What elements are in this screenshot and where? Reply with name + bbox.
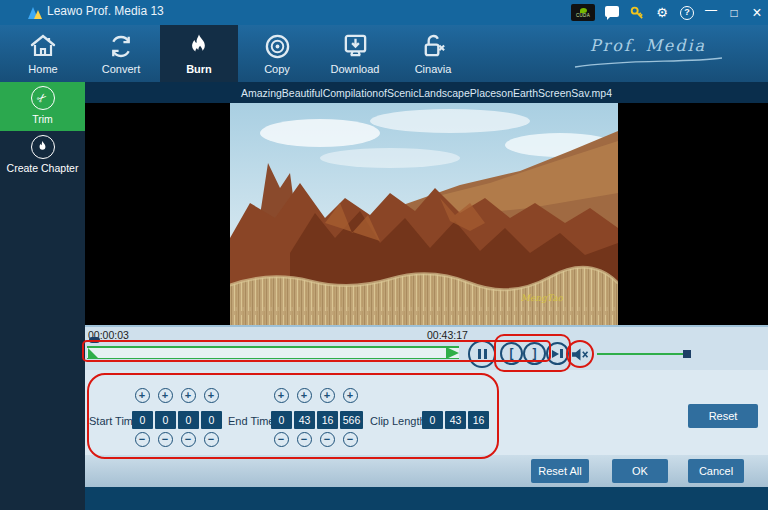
start-minutes-field[interactable]: 0 (155, 411, 176, 429)
end-hours-decrease-button[interactable]: − (274, 432, 289, 447)
end-time-label: 00:43:17 (427, 329, 468, 341)
clip-hours-value: 0 (422, 411, 443, 429)
sidebar-item-label: Trim (32, 113, 53, 125)
playback-control-bar: 00:00:03 00:43:17 [ ] (85, 325, 768, 370)
set-start-bracket-button[interactable]: [ (500, 342, 523, 365)
tab-download[interactable]: Download (316, 25, 394, 82)
register-button[interactable] (629, 5, 645, 21)
tab-label: Cinavia (415, 63, 452, 75)
right-bracket-icon: ] (533, 347, 537, 359)
end-hours-increase-button[interactable]: + (274, 388, 289, 403)
clip-length-label: Clip Length: (370, 415, 429, 427)
end-ms-field[interactable]: 566 (340, 411, 363, 429)
tab-label: Home (28, 63, 57, 75)
feedback-button[interactable] (604, 5, 620, 21)
leawo-logo-icon (28, 5, 43, 20)
brand-text: Prof. Media (568, 36, 728, 55)
video-filename: AmazingBeautifulCompilationofScenicLands… (241, 87, 612, 99)
chat-bubble-icon (605, 6, 619, 17)
app-window: Leawo Prof. Media 13 CUDA ⚙ ? — □ × (0, 0, 768, 510)
sidebar-item-trim[interactable]: ✂ Trim (0, 82, 85, 131)
play-to-end-icon (552, 349, 563, 358)
end-minutes-increase-button[interactable]: + (297, 388, 312, 403)
footer-button-bar: Reset All OK Cancel (85, 455, 768, 487)
end-hours-field[interactable]: 0 (271, 411, 292, 429)
tab-label: Convert (102, 63, 141, 75)
video-frame: MengTao (230, 103, 618, 325)
settings-button[interactable]: ⚙ (654, 5, 670, 21)
unlock-icon (418, 32, 448, 60)
tab-cinavia[interactable]: Cinavia (394, 25, 472, 82)
cuda-label: CUDA (576, 13, 590, 18)
video-watermark: MengTao (521, 293, 563, 303)
ok-button[interactable]: OK (612, 459, 668, 483)
download-icon (340, 32, 370, 60)
pause-icon (478, 349, 487, 359)
start-ms-decrease-button[interactable]: − (204, 432, 219, 447)
playhead-marker[interactable] (89, 337, 100, 343)
main-nav: Home Convert Burn Copy Download (0, 25, 768, 82)
tab-copy[interactable]: Copy (238, 25, 316, 82)
burn-flame-icon (184, 32, 214, 60)
volume-slider[interactable] (597, 353, 687, 355)
reset-button[interactable]: Reset (688, 404, 758, 428)
end-seconds-decrease-button[interactable]: − (320, 432, 335, 447)
start-hours-decrease-button[interactable]: − (135, 432, 150, 447)
minimize-button[interactable]: — (704, 3, 718, 17)
reset-all-button[interactable]: Reset All (531, 459, 589, 483)
sidebar-item-label: Create Chapter (7, 162, 79, 174)
tab-burn[interactable]: Burn (160, 25, 238, 82)
start-ms-increase-button[interactable]: + (204, 388, 219, 403)
clip-seconds-value: 16 (468, 411, 489, 429)
convert-icon (106, 32, 136, 60)
mute-button[interactable] (567, 341, 593, 367)
set-end-bracket-button[interactable]: ] (523, 342, 546, 365)
start-hours-increase-button[interactable]: + (135, 388, 150, 403)
end-seconds-increase-button[interactable]: + (320, 388, 335, 403)
key-icon (630, 5, 645, 20)
start-seconds-increase-button[interactable]: + (181, 388, 196, 403)
title-bar: Leawo Prof. Media 13 CUDA ⚙ ? — □ × (0, 0, 768, 25)
muted-speaker-icon (571, 347, 589, 362)
gear-icon: ⚙ (656, 6, 668, 19)
chapter-icon (31, 135, 55, 159)
tab-label: Download (331, 63, 380, 75)
scissors-icon: ✂ (31, 86, 55, 110)
start-minutes-decrease-button[interactable]: − (158, 432, 173, 447)
titlebar-actions: CUDA ⚙ ? — □ × (571, 0, 764, 25)
brand-logo: Prof. Media (568, 36, 728, 73)
start-seconds-decrease-button[interactable]: − (181, 432, 196, 447)
help-button[interactable]: ? (679, 5, 695, 21)
tab-home[interactable]: Home (4, 25, 82, 82)
end-minutes-decrease-button[interactable]: − (297, 432, 312, 447)
left-bracket-icon: [ (510, 347, 514, 359)
pause-button[interactable] (468, 340, 496, 368)
logo-shape (34, 10, 42, 19)
trim-settings-panel: Start Time: + + + + 0 0 0 0 − − − − End … (85, 370, 768, 455)
volume-slider-handle[interactable] (683, 350, 691, 358)
video-still-mountains (230, 103, 618, 325)
end-ms-decrease-button[interactable]: − (343, 432, 358, 447)
clip-minutes-value: 43 (445, 411, 466, 429)
end-minutes-field[interactable]: 43 (294, 411, 315, 429)
tab-convert[interactable]: Convert (82, 25, 160, 82)
tab-label: Burn (186, 63, 212, 75)
window-title: Leawo Prof. Media 13 (47, 4, 164, 18)
trim-slider-track[interactable] (87, 346, 459, 359)
home-icon (28, 32, 58, 60)
end-seconds-field[interactable]: 16 (317, 411, 338, 429)
sidebar-item-create-chapter[interactable]: Create Chapter (0, 131, 85, 180)
maximize-button[interactable]: □ (727, 6, 741, 20)
sidebar: ✂ Trim Create Chapter (0, 82, 85, 510)
disc-icon (262, 32, 292, 60)
close-button[interactable]: × (750, 4, 764, 22)
end-ms-increase-button[interactable]: + (343, 388, 358, 403)
tab-label: Copy (264, 63, 290, 75)
start-ms-field[interactable]: 0 (201, 411, 222, 429)
start-minutes-increase-button[interactable]: + (158, 388, 173, 403)
start-seconds-field[interactable]: 0 (178, 411, 199, 429)
start-hours-field[interactable]: 0 (132, 411, 153, 429)
help-icon: ? (680, 6, 694, 20)
play-to-end-button[interactable] (546, 342, 569, 365)
cancel-button[interactable]: Cancel (688, 459, 744, 483)
